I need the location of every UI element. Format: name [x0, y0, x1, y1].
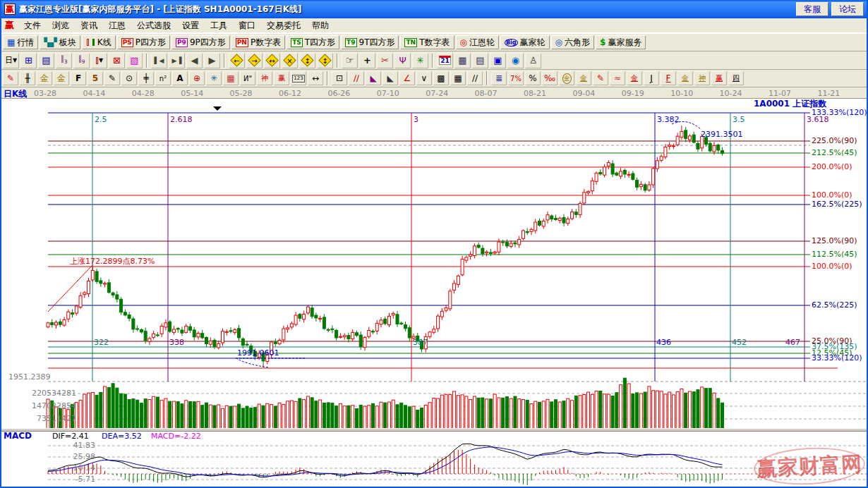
si-angle-tool[interactable]: 四: [728, 71, 744, 85]
brush-dark-tool[interactable]: ✎: [104, 71, 120, 85]
last-page-button[interactable]: ▶▐: [169, 53, 185, 68]
f-square-tool[interactable]: F: [71, 71, 86, 85]
p-square-button[interactable]: PSP四方形: [117, 35, 170, 49]
diamond-left-button[interactable]: ←: [229, 53, 245, 68]
diamond-cross-button[interactable]: ×: [282, 53, 298, 68]
calendar-button[interactable]: 21: [437, 53, 453, 68]
crosshair-button[interactable]: +: [359, 53, 375, 68]
hook-tool[interactable]: 5: [88, 71, 103, 85]
menu-item-3[interactable]: 江恩: [103, 18, 131, 33]
period-day-dropdown[interactable]: 日▼: [3, 53, 19, 68]
circle-cross-tool[interactable]: ⊕: [189, 71, 205, 85]
service-button[interactable]: 客服: [796, 2, 828, 16]
menu-item-8[interactable]: 交易委托: [261, 18, 306, 33]
winner-service-button[interactable]: $赢家服务: [596, 35, 646, 49]
page-right-button[interactable]: ▶: [204, 53, 220, 68]
color-chart-button[interactable]: ▧: [126, 53, 143, 68]
fan-box-dark-tool[interactable]: ◣: [382, 71, 398, 85]
9t-square-button[interactable]: T99T四方形: [341, 35, 399, 49]
title-bar[interactable]: 赢 赢家江恩专业版[赢家内部服务平台] - [上证指数 SH1A0001-167…: [1, 0, 867, 18]
menu-item-2[interactable]: 资讯: [75, 18, 103, 33]
sectors-button[interactable]: ▚▞板块: [40, 35, 80, 49]
menu-item-9[interactable]: 帮助: [306, 18, 334, 33]
seven-percent-tool[interactable]: 7%: [508, 71, 524, 85]
span-arrow-tool[interactable]: ↔: [308, 71, 323, 85]
angle-fan-tool[interactable]: ∠: [399, 71, 415, 85]
shen-angle-tool[interactable]: 神: [694, 71, 710, 85]
gann-wheel-button[interactable]: ◎江恩轮: [456, 35, 499, 49]
diamond-horizontal-button[interactable]: ↔: [264, 53, 280, 68]
chart-area[interactable]: 1A0001 上证指数 上涨172.2899点8.73% 2391.3501 1…: [1, 99, 867, 488]
menu-item-4[interactable]: 公式选股: [131, 18, 176, 33]
diamond-right-button[interactable]: →: [246, 53, 263, 68]
candle-style-dropdown[interactable]: ▼: [91, 53, 107, 68]
shen-square-tool[interactable]: 神: [257, 71, 272, 85]
gold-lines-tool[interactable]: 金: [576, 71, 591, 85]
t-square-button[interactable]: TST四方形: [287, 35, 339, 49]
quotes-button[interactable]: ▦行情: [3, 35, 38, 49]
gold-grid-tool-b[interactable]: 金: [54, 71, 69, 85]
pattern-window-button[interactable]: ⊞: [20, 53, 37, 68]
kline-button[interactable]: K线: [82, 35, 116, 49]
gold-angle-tool[interactable]: 金: [677, 71, 693, 85]
gold-circle-tool[interactable]: 金: [559, 71, 574, 85]
first-page-button[interactable]: ▌◀: [151, 53, 167, 68]
tick-ruler-tool[interactable]: ╪: [138, 71, 154, 85]
j-angle-tool[interactable]: J: [644, 71, 659, 85]
grid-dense-tool-a[interactable]: ▩: [433, 71, 449, 85]
ruler-grid-tool[interactable]: ╫: [20, 71, 35, 85]
export-web-button[interactable]: ◉: [507, 53, 524, 68]
slash-lines-tool[interactable]: ∕∕: [467, 71, 483, 85]
step-bars-tool[interactable]: ≣: [491, 71, 507, 85]
percent-tool[interactable]: %: [525, 71, 541, 85]
menu-item-1[interactable]: 浏览: [47, 18, 75, 33]
notepad-button[interactable]: ▤: [472, 53, 488, 68]
check-lines-tool[interactable]: ∨: [416, 71, 432, 85]
menu-item-5[interactable]: 设置: [176, 18, 205, 33]
corner-box-tool[interactable]: ⊡: [332, 71, 347, 85]
yin-angle-tool[interactable]: 赢: [711, 71, 727, 85]
menu-item-7[interactable]: 窗口: [233, 18, 261, 33]
ruler-123-tool[interactable]: 123: [291, 71, 306, 85]
hexagon-button[interactable]: ◎六角形: [551, 35, 594, 49]
target-grid-tool[interactable]: ▦: [223, 71, 239, 85]
page-left-button[interactable]: ◀: [186, 53, 203, 68]
kline-9-button[interactable]: ║9: [73, 53, 90, 68]
scissors-button[interactable]: ✂: [377, 53, 393, 68]
gold-grid-tool-a[interactable]: 金: [37, 71, 52, 85]
angle-mark-tool[interactable]: И": [240, 71, 255, 85]
9p-square-button[interactable]: P99P四方形: [171, 35, 230, 49]
web-tool-button[interactable]: ✳: [412, 53, 428, 68]
f-angle-tool[interactable]: F: [661, 71, 676, 85]
forum-button[interactable]: 论坛: [831, 2, 864, 16]
menu-item-6[interactable]: 工具: [205, 18, 233, 33]
gann-mark-button[interactable]: Ψ: [394, 53, 411, 68]
n-square-tool[interactable]: n²: [155, 71, 171, 85]
fan-box-purple-tool[interactable]: ◣: [366, 71, 381, 85]
export-user-button[interactable]: ♙: [525, 53, 541, 68]
spider-web-tool[interactable]: ✳: [206, 71, 222, 85]
yin-square-tool[interactable]: 赢: [274, 71, 289, 85]
menu-item-0[interactable]: 文件: [18, 18, 47, 33]
hand-tool-button[interactable]: ☞: [342, 53, 358, 68]
flag-pen-tool[interactable]: ✎: [593, 71, 608, 85]
grid-dense-tool-b[interactable]: ▦: [450, 71, 466, 85]
info-board-button[interactable]: ▤: [38, 53, 54, 68]
p-number-table-button[interactable]: PNP数字表: [231, 35, 285, 49]
dial-circle-tool[interactable]: ⊙: [121, 71, 137, 85]
pattern-red-button[interactable]: ⊠: [109, 53, 125, 68]
gold-lines-red-tool[interactable]: 金: [627, 71, 642, 85]
wave-lines-tool[interactable]: ≈: [610, 71, 625, 85]
fan-red-tool[interactable]: ∕∕: [349, 71, 364, 85]
mirror-tool[interactable]: A: [172, 71, 188, 85]
save-button[interactable]: ▣: [490, 53, 506, 68]
kline-3-button[interactable]: ║3: [56, 53, 72, 68]
calculator-button[interactable]: ▦: [454, 53, 471, 68]
winner-wheel-button[interactable]: Big赢家轮: [500, 35, 550, 49]
brush-red-tool[interactable]: ✎: [3, 71, 18, 85]
percent-lines-tool[interactable]: ‰: [542, 71, 557, 85]
macd-pane-title[interactable]: MACD: [4, 432, 32, 440]
t-number-table-button[interactable]: TNT数字表: [400, 35, 454, 49]
diamond-expand-button[interactable]: ↕: [317, 53, 333, 68]
diamond-vertical-button[interactable]: ↕: [299, 53, 315, 68]
